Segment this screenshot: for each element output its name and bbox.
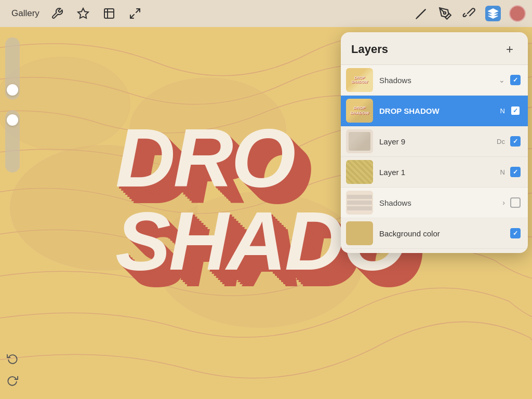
drop-shadow-thumbnail: DROPSHADOW xyxy=(346,99,373,123)
redo-icon xyxy=(7,375,18,386)
bg-checkmark: ✓ xyxy=(513,230,518,237)
drop-shadow-layer-name: DROP SHADOW xyxy=(379,107,500,115)
svg-marker-10 xyxy=(488,9,498,14)
select-icon xyxy=(103,7,115,20)
layers-panel: Layers + DROPSHADOW Shadows ⌄ ✓ DROPSHAD… xyxy=(341,32,528,253)
svg-point-0 xyxy=(10,145,197,270)
pen-icon xyxy=(438,7,452,20)
thumb-row-1 xyxy=(347,195,372,199)
drop-shadow-layer[interactable]: DROPSHADOW DROP SHADOW N ✓ xyxy=(341,96,528,126)
layer-9-checkmark: ✓ xyxy=(513,138,518,145)
shadows-group-checkbox[interactable]: ✓ xyxy=(510,75,521,85)
transform-icon xyxy=(129,7,141,20)
svg-marker-4 xyxy=(78,8,88,18)
wrench-icon xyxy=(51,7,63,20)
shadows-subgroup-checkbox[interactable] xyxy=(510,197,521,208)
pencil-icon xyxy=(415,7,428,20)
layers-header: Layers + xyxy=(341,32,528,65)
left-tool-group xyxy=(49,5,143,22)
svg-line-5 xyxy=(136,9,140,12)
layer-9-name: Layer 9 xyxy=(379,137,497,146)
thumb-row-2 xyxy=(347,201,372,205)
svg-point-9 xyxy=(444,12,446,14)
opacity-slider[interactable] xyxy=(5,110,20,172)
shadows-subgroup-thumbnail xyxy=(346,191,373,215)
redo-button[interactable] xyxy=(4,372,21,389)
layer-1-checkbox[interactable]: ✓ xyxy=(510,167,521,177)
layers-tool[interactable] xyxy=(485,6,501,21)
left-sidebar xyxy=(0,27,25,399)
layer-1-row[interactable]: Layer 1 N ✓ xyxy=(341,157,528,188)
layer-9-checkbox[interactable]: ✓ xyxy=(510,136,521,147)
adjust-button[interactable] xyxy=(75,5,91,22)
checkmark-active-icon: ✓ xyxy=(513,107,518,114)
pencil-tool[interactable] xyxy=(414,6,429,21)
svg-line-6 xyxy=(130,15,134,18)
undo-icon xyxy=(7,353,18,364)
brush-size-slider[interactable] xyxy=(5,37,20,100)
svg-point-3 xyxy=(130,78,286,182)
layers-icon xyxy=(487,8,499,19)
thumbnail-label: DROPSHADOW xyxy=(350,105,369,115)
thumb-row-3 xyxy=(347,206,372,210)
brush-size-thumb xyxy=(7,84,18,96)
opacity-thumb xyxy=(7,114,18,126)
brush-tool[interactable] xyxy=(461,6,477,21)
top-toolbar: Gallery xyxy=(0,0,532,27)
layers-title: Layers xyxy=(351,43,388,56)
layer-1-blend-mode: N xyxy=(500,168,505,176)
layer-9-blend-mode: Dc xyxy=(497,138,505,145)
thumbnail-text: DROPSHADOW xyxy=(351,76,368,85)
drop-shadow-blend-mode: N xyxy=(500,107,505,115)
checkmark-icon: ✓ xyxy=(513,76,518,84)
add-layer-button[interactable]: + xyxy=(502,42,517,57)
undo-redo-group xyxy=(4,350,21,389)
svg-point-1 xyxy=(156,192,364,327)
select-button[interactable] xyxy=(101,5,117,22)
gallery-button[interactable]: Gallery xyxy=(6,5,45,22)
undo-button[interactable] xyxy=(4,350,21,367)
shadows-subgroup-arrow[interactable]: › xyxy=(502,198,505,207)
pen-tool[interactable] xyxy=(437,6,453,21)
layer-1-thumbnail xyxy=(346,160,373,184)
shadows-subgroup-label: Shadows xyxy=(379,198,502,207)
shadows-group-top[interactable]: DROPSHADOW Shadows ⌄ ✓ xyxy=(341,65,528,96)
shadows-subgroup[interactable]: Shadows › xyxy=(341,188,528,218)
layer-1-checkmark: ✓ xyxy=(513,168,518,176)
background-color-name: Background color xyxy=(379,229,505,238)
layer-1-thumb-pattern xyxy=(346,160,373,184)
background-color-thumbnail xyxy=(346,221,373,245)
transform-button[interactable] xyxy=(127,5,143,22)
brush-icon xyxy=(462,7,476,20)
layer-9-thumbnail xyxy=(346,129,373,153)
shadows-group-expand-icon[interactable]: ⌄ xyxy=(499,76,505,84)
shadows-group-label: Shadows xyxy=(379,76,499,85)
adjust-icon xyxy=(77,7,89,20)
shadows-group-thumbnail: DROPSHADOW xyxy=(346,68,373,92)
right-tool-group xyxy=(414,5,526,22)
layer-1-name: Layer 1 xyxy=(379,168,500,177)
wrench-button[interactable] xyxy=(49,5,65,22)
color-picker[interactable] xyxy=(509,5,526,22)
background-color-checkbox[interactable]: ✓ xyxy=(510,228,521,238)
drop-shadow-checkbox[interactable]: ✓ xyxy=(510,105,521,116)
layer-9-thumb-content xyxy=(349,132,370,151)
background-color-row[interactable]: Background color ✓ xyxy=(341,218,528,249)
layer-9-row[interactable]: Layer 9 Dc ✓ xyxy=(341,126,528,157)
